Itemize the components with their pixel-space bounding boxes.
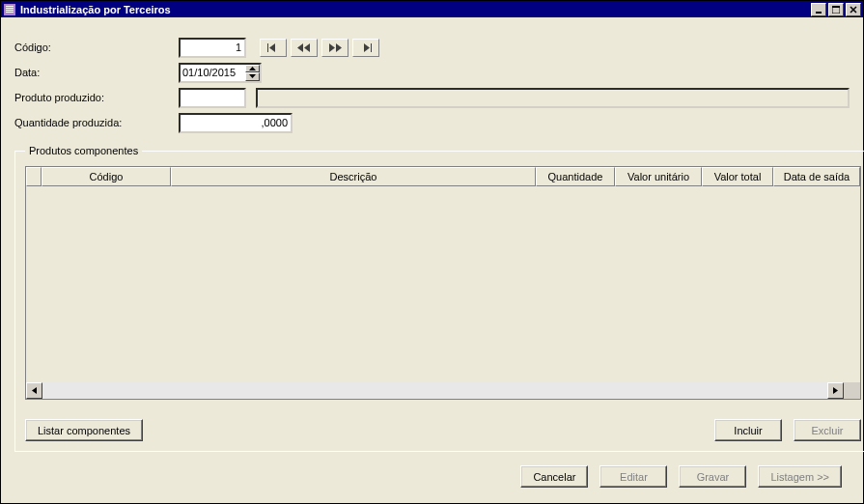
svg-marker-13 [304, 43, 310, 52]
svg-rect-2 [6, 8, 14, 9]
gravar-button[interactable]: Gravar [679, 465, 746, 488]
svg-marker-18 [249, 67, 256, 70]
svg-rect-17 [371, 43, 372, 52]
window-title: Industrialização por Terceiros [20, 4, 809, 15]
col-descricao[interactable]: Descrição [171, 167, 536, 186]
grid-h-scrollbar[interactable] [26, 382, 860, 399]
componentes-group: Produtos componentes Código Descrição Qu… [14, 145, 864, 452]
produto-desc-display [256, 88, 850, 108]
svg-marker-21 [833, 387, 838, 394]
excluir-button[interactable]: Excluir [794, 419, 861, 441]
col-codigo[interactable]: Código [42, 167, 171, 186]
window-body: Código: 1 Data: 01/10/2015 [1, 17, 863, 503]
quantidade-input[interactable]: ,0000 [179, 113, 293, 133]
codigo-input[interactable]: 1 [179, 38, 246, 58]
grid-rowheader-col [26, 167, 42, 186]
svg-rect-10 [267, 43, 268, 52]
col-valor-unitario[interactable]: Valor unitário [615, 167, 702, 186]
editar-button[interactable]: Editar [599, 465, 667, 488]
svg-marker-19 [249, 74, 256, 78]
col-valor-total[interactable]: Valor total [702, 167, 773, 186]
grid-body [26, 186, 860, 382]
col-quantidade[interactable]: Quantidade [536, 167, 615, 186]
footer-buttons: Cancelar Editar Gravar Listagem >> [14, 452, 850, 493]
scroll-track[interactable] [42, 382, 827, 399]
componentes-grid: Código Descrição Quantidade Valor unitár… [25, 166, 861, 400]
listar-componentes-button[interactable]: Listar componentes [25, 419, 143, 441]
data-value: 01/10/2015 [181, 65, 245, 81]
svg-rect-4 [6, 12, 14, 13]
svg-rect-5 [816, 12, 822, 14]
quantidade-value: ,0000 [261, 117, 288, 128]
produto-label: Produto produzido: [14, 92, 179, 103]
grid-header: Código Descrição Quantidade Valor unitár… [26, 167, 860, 186]
nav-prev-button[interactable] [291, 39, 318, 57]
svg-marker-12 [297, 43, 303, 52]
svg-marker-15 [336, 43, 342, 52]
date-spin-down[interactable] [245, 72, 260, 81]
data-label: Data: [14, 67, 179, 78]
quantidade-label: Quantidade produzida: [14, 117, 179, 128]
incluir-button[interactable]: Incluir [714, 419, 782, 441]
codigo-label: Código: [14, 42, 179, 53]
svg-marker-14 [329, 43, 335, 52]
window-frame: Industrialização por Terceiros Código: 1 [0, 0, 864, 504]
codigo-value: 1 [236, 42, 241, 53]
listagem-button[interactable]: Listagem >> [758, 465, 842, 488]
close-button[interactable] [846, 3, 861, 16]
app-icon [3, 3, 16, 16]
svg-marker-16 [364, 43, 370, 52]
componentes-legend: Produtos componentes [25, 145, 142, 156]
svg-rect-1 [6, 6, 14, 7]
nav-next-button[interactable] [321, 39, 348, 57]
svg-rect-7 [832, 6, 840, 8]
data-input[interactable]: 01/10/2015 [179, 63, 262, 83]
nav-first-button[interactable] [260, 39, 287, 57]
maximize-button[interactable] [828, 3, 844, 16]
col-data-saida[interactable]: Data de saída [773, 167, 860, 186]
titlebar: Industrialização por Terceiros [1, 1, 863, 17]
scroll-corner [844, 382, 860, 399]
svg-rect-3 [6, 10, 14, 11]
produto-codigo-input[interactable] [179, 88, 246, 108]
nav-last-button[interactable] [352, 39, 379, 57]
date-spin-up[interactable] [245, 65, 260, 73]
scroll-left-icon[interactable] [26, 382, 42, 399]
scroll-right-icon[interactable] [827, 382, 844, 399]
svg-marker-11 [269, 43, 275, 52]
minimize-button[interactable] [811, 3, 826, 16]
cancelar-button[interactable]: Cancelar [520, 465, 588, 488]
svg-marker-20 [32, 387, 37, 394]
